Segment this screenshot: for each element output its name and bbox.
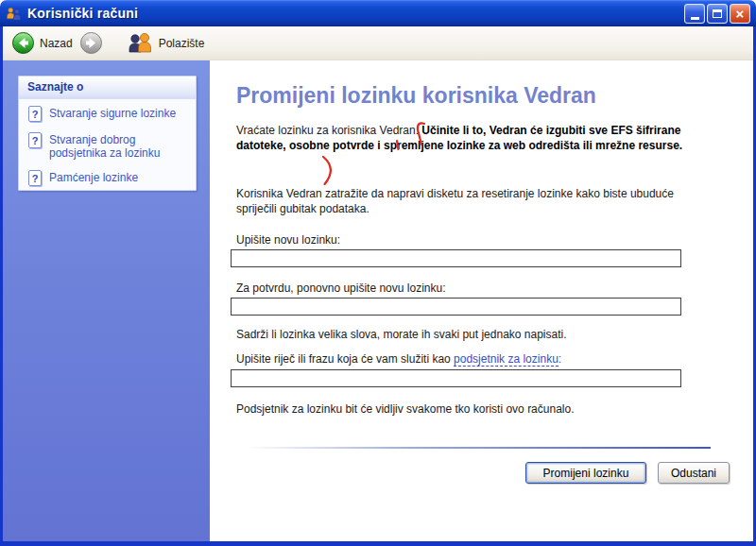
hint-visibility-note: Podsjetnik za lozinku bit će vidljiv sva… <box>236 402 575 416</box>
new-password-input[interactable] <box>231 249 681 267</box>
forward-button[interactable] <box>80 32 102 54</box>
change-password-button[interactable]: Promijeni lozinku <box>525 462 646 484</box>
sidebar-item-label: Stvaranje sigurne lozinke <box>49 106 176 120</box>
close-button[interactable]: × <box>730 4 750 24</box>
home-icon <box>127 33 153 54</box>
toolbar: Nazad <box>3 26 753 60</box>
minimize-button[interactable] <box>684 4 705 24</box>
user-accounts-window: Korisnički računi × Nazad <box>0 0 756 546</box>
learn-about-panel: Saznajte o ? Stvaranje sigurne lozinke ?… <box>18 76 197 191</box>
hint-label-suffix: : <box>558 352 561 366</box>
hint-label-prefix: Upišite riječ ili frazu koja će vam služ… <box>236 352 454 366</box>
new-password-label: Upišite novu lozinku: <box>236 233 340 247</box>
help-doc-icon: ? <box>28 170 42 186</box>
sidebar-item-remember-password[interactable]: ? Pamćenje lozinke <box>19 163 196 190</box>
back-label: Nazad <box>40 37 73 50</box>
window-title: Korisnički računi <box>27 6 138 21</box>
confirm-password-label: Za potvrdu, ponovno upišite novu lozinku… <box>236 282 445 295</box>
sidebar-item-good-hint[interactable]: ? Stvaranje dobrog podsjetnika za lozink… <box>19 126 196 163</box>
sidebar-item-secure-password[interactable]: ? Stvaranje sigurne lozinke <box>19 99 196 126</box>
sidebar: Saznajte o ? Stvaranje sigurne lozinke ?… <box>3 60 210 541</box>
sidebar-item-label: Pamćenje lozinke <box>49 170 138 184</box>
hint-label: Upišite riječ ili frazu koja će vam služ… <box>236 352 561 366</box>
back-button[interactable]: Nazad <box>12 32 73 54</box>
window-controls: × <box>684 4 750 24</box>
maximize-icon <box>713 9 722 18</box>
intro-paragraph: Vraćate lozinku za korisnika Vedran. Uči… <box>236 123 694 153</box>
title-bar[interactable]: Korisnički računi × <box>0 0 756 26</box>
button-row: Promijeni lozinku Odustani <box>525 462 730 484</box>
minimize-icon <box>691 17 699 20</box>
sidebar-item-label: Stvaranje dobrog podsjetnika za lozinku <box>49 132 188 160</box>
user-accounts-icon <box>6 7 23 21</box>
home-button[interactable]: Polazište <box>110 33 205 54</box>
page-title: Promijeni lozinku korisnika Vedran <box>236 83 596 109</box>
window-frame: Nazad <box>0 26 756 546</box>
back-icon <box>12 32 34 54</box>
window-body: Saznajte o ? Stvaranje sigurne lozinke ?… <box>3 60 753 541</box>
main-content: Promijeni lozinku korisnika Vedran Vraća… <box>210 60 753 541</box>
close-icon: × <box>736 7 745 21</box>
confirm-password-input[interactable] <box>231 298 681 316</box>
divider-line <box>246 447 711 449</box>
maximize-button[interactable] <box>707 4 728 24</box>
intro-text: Vraćate lozinku za korisnika Vedran. <box>236 124 421 137</box>
forward-icon <box>80 32 102 54</box>
case-sensitivity-note: Sadrži li lozinka velika slova, morate i… <box>236 328 567 341</box>
password-hint-link[interactable]: podsjetnik za lozinku <box>454 352 558 367</box>
cancel-button[interactable]: Odustani <box>658 462 730 484</box>
learn-about-title: Saznajte o <box>19 77 196 99</box>
hint-input[interactable] <box>231 369 681 387</box>
help-doc-icon: ? <box>28 106 42 122</box>
help-doc-icon: ? <box>28 132 42 148</box>
home-label: Polazište <box>159 37 205 50</box>
reset-disk-paragraph: Korisnika Vedran zatražite da napravi di… <box>236 186 694 216</box>
